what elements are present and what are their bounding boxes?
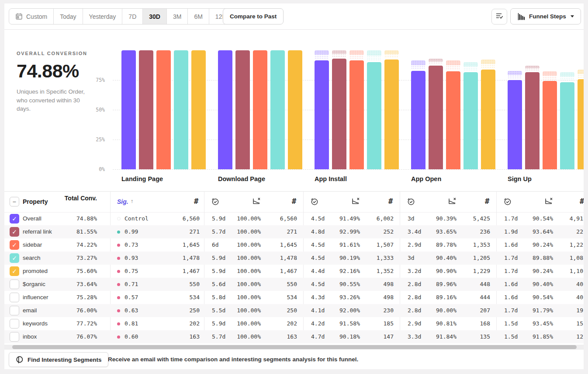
step-count: 5,425 bbox=[446, 212, 490, 225]
chart-type-label: Funnel Steps bbox=[529, 13, 566, 20]
bar-Overall-App-Open[interactable] bbox=[411, 71, 425, 169]
bar-referral-link-App-Install[interactable] bbox=[332, 59, 346, 169]
step-count: 448 bbox=[446, 278, 490, 291]
bar-Overall-Landing-Page[interactable] bbox=[121, 50, 136, 169]
bar-ghost-promoted bbox=[481, 59, 495, 68]
time-to-convert-icon[interactable] bbox=[407, 197, 415, 207]
column-header-count[interactable]: # bbox=[388, 197, 393, 206]
horizontal-scrollbar-track[interactable] bbox=[4, 345, 584, 349]
row-checkbox[interactable]: ✓ bbox=[10, 266, 19, 276]
row-checkbox[interactable] bbox=[10, 319, 19, 329]
date-range-7d[interactable]: 7D bbox=[122, 9, 143, 24]
table-row[interactable]: ✓promoted75.60%0.751,4675.9d100.00%1,467… bbox=[4, 265, 584, 278]
table-row[interactable]: email76.00%0.632505.5d100.00%2504.1d92.0… bbox=[4, 304, 584, 317]
table-row[interactable]: influencer75.28%0.575345.8d100.00%5344.3… bbox=[4, 291, 584, 304]
bar-sidebar-App-Install[interactable] bbox=[349, 60, 364, 169]
select-all-checkbox[interactable]: – bbox=[10, 197, 19, 206]
bar-search-Landing-Page[interactable] bbox=[174, 50, 188, 169]
conversion-rate-icon[interactable] bbox=[544, 197, 553, 207]
row-checkbox[interactable] bbox=[10, 332, 19, 342]
column-header-count[interactable]: # bbox=[485, 197, 489, 206]
bar-promoted-Download-Page[interactable] bbox=[288, 50, 302, 169]
bar-referral-link-App-Open[interactable] bbox=[429, 66, 443, 169]
date-range-custom[interactable]: Custom bbox=[9, 9, 54, 24]
column-header-count[interactable]: # bbox=[292, 197, 296, 206]
bar-referral-link-Sign-Up[interactable] bbox=[525, 72, 540, 169]
column-header-property[interactable]: Property bbox=[23, 198, 48, 205]
significance-dot bbox=[117, 322, 120, 325]
bar-referral-link-Download-Page[interactable] bbox=[235, 50, 250, 169]
date-range-yesterday[interactable]: Yesterday bbox=[83, 9, 123, 24]
report-options-button[interactable] bbox=[491, 9, 507, 24]
significance-value: 0.71 bbox=[125, 278, 138, 291]
time-to-convert-icon[interactable] bbox=[211, 197, 219, 207]
row-checkbox[interactable]: ✓ bbox=[10, 227, 19, 237]
date-range-6m[interactable]: 6M bbox=[188, 9, 209, 24]
date-range-label: Custom bbox=[26, 13, 47, 20]
step-count: 1,205 bbox=[446, 252, 490, 265]
bar-search-Sign-Up[interactable] bbox=[560, 82, 574, 169]
chart-type-dropdown[interactable]: Funnel Steps bbox=[510, 8, 581, 24]
bar-promoted-App-Open[interactable] bbox=[481, 70, 495, 169]
row-checkbox[interactable] bbox=[10, 280, 19, 289]
bar-ghost-referral-link bbox=[332, 50, 346, 57]
bar-search-Download-Page[interactable] bbox=[270, 50, 285, 169]
column-header-count[interactable]: # bbox=[580, 197, 584, 206]
table-row[interactable]: $organic73.64%0.715505.6d100.00%5504.5d9… bbox=[4, 278, 584, 291]
column-header-total-conv[interactable]: Total Conv. bbox=[62, 194, 97, 202]
bar-Overall-Sign-Up[interactable] bbox=[508, 80, 522, 169]
bar-promoted-Sign-Up[interactable] bbox=[578, 79, 584, 169]
bar-sidebar-Landing-Page[interactable] bbox=[156, 50, 171, 169]
bar-search-App-Open[interactable] bbox=[463, 72, 478, 169]
step-count: 1,478 bbox=[253, 252, 297, 265]
conversion-rate-icon[interactable] bbox=[252, 197, 261, 207]
conversion-rate-icon[interactable] bbox=[448, 197, 457, 207]
bar-sidebar-Sign-Up[interactable] bbox=[543, 81, 557, 169]
step-count: 1,229 bbox=[446, 265, 490, 278]
bar-search-App-Install[interactable] bbox=[367, 62, 381, 169]
time-to-convert-icon[interactable] bbox=[503, 197, 512, 207]
step-count: 1,10 bbox=[539, 265, 583, 278]
time-to-convert-icon[interactable] bbox=[310, 197, 318, 207]
table-row[interactable]: keywords77.72%0.812025.9d100.00%2024.2d9… bbox=[4, 317, 584, 330]
property-name: promoted bbox=[23, 265, 48, 278]
bar-promoted-App-Install[interactable] bbox=[384, 59, 399, 169]
step-count: 185 bbox=[349, 317, 394, 330]
significance-dot bbox=[117, 296, 120, 299]
footer-message: Receive an email with time comparison an… bbox=[108, 350, 358, 369]
summary-description: Uniques in Specific Order, who converted… bbox=[17, 87, 95, 113]
bar-sidebar-App-Open[interactable] bbox=[446, 71, 460, 169]
date-range-3m[interactable]: 3M bbox=[167, 9, 188, 24]
row-checkbox[interactable]: ✓ bbox=[10, 214, 19, 224]
step-label: Download Page bbox=[218, 175, 265, 182]
table-row[interactable]: ✓Overall74.88%Control6,5605.9d100.00%6,5… bbox=[4, 212, 584, 225]
table-row[interactable]: ✓sidebar74.22%0.731,6456d100.00%1,6454.5… bbox=[4, 238, 584, 252]
column-header-count[interactable]: # bbox=[194, 197, 198, 206]
total-conversion-value: 76.07% bbox=[62, 330, 97, 343]
table-row[interactable]: ✓referral link81.55%0.992715.7d100.00%27… bbox=[4, 225, 584, 238]
step-count: 207 bbox=[446, 304, 490, 317]
step-count: 19 bbox=[539, 304, 583, 317]
find-interesting-segments-button[interactable]: Find Interesting Segments bbox=[9, 352, 108, 367]
row-checkbox[interactable]: ✓ bbox=[10, 253, 19, 263]
bar-promoted-Landing-Page[interactable] bbox=[191, 50, 206, 169]
row-checkbox[interactable] bbox=[10, 306, 19, 315]
bar-ghost-referral-link bbox=[525, 66, 540, 71]
row-checkbox[interactable]: ✓ bbox=[10, 240, 19, 250]
horizontal-scrollbar-thumb[interactable] bbox=[12, 345, 577, 349]
date-range-30d[interactable]: 30D bbox=[143, 9, 167, 24]
row-checkbox[interactable] bbox=[10, 293, 19, 302]
step-count: 271 bbox=[253, 225, 297, 238]
column-header-sig[interactable]: Sig. bbox=[117, 198, 128, 205]
table-row[interactable]: ✓search73.27%0.931,4785.9d100.00%1,4784.… bbox=[4, 252, 584, 265]
bar-referral-link-Landing-Page[interactable] bbox=[139, 50, 153, 169]
compare-to-past-button[interactable]: Compare to Past bbox=[223, 8, 284, 24]
conversion-rate-icon[interactable] bbox=[351, 197, 360, 207]
step-count: 1,22 bbox=[539, 238, 583, 252]
bar-Overall-Download-Page[interactable] bbox=[218, 50, 232, 169]
bar-sidebar-Download-Page[interactable] bbox=[253, 50, 267, 169]
bar-Overall-App-Install[interactable] bbox=[315, 60, 329, 169]
date-range-label: Yesterday bbox=[89, 13, 116, 20]
table-row[interactable]: inbox76.07%0.601635.7d100.00%1634.7d90.1… bbox=[4, 330, 584, 343]
date-range-today[interactable]: Today bbox=[54, 9, 83, 24]
